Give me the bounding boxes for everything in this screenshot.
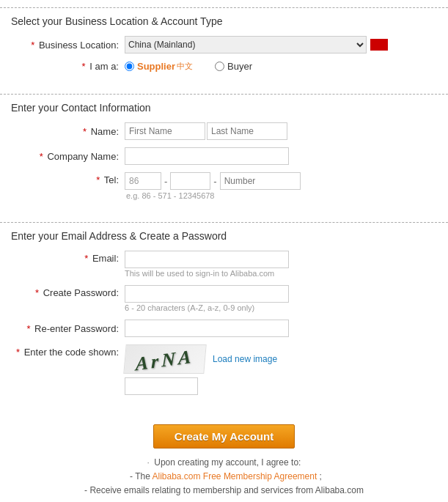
email-input[interactable] [125, 251, 289, 268]
captcha-top: ArNA Load new image [125, 344, 277, 374]
business-location-row: * Business Location: China (Mainland) Un… [11, 36, 437, 53]
tel-area-input[interactable] [170, 172, 210, 190]
tel-inputs: - - [125, 172, 301, 190]
tel-row: * Tel: - - e.g. 86 - 571 - 12345678 [11, 172, 437, 200]
captcha-wrap: ArNA Load new image [125, 344, 277, 395]
required-star: * [31, 40, 34, 51]
repassword-label: * Re-enter Password: [11, 323, 125, 334]
buyer-label: Buyer [227, 61, 252, 72]
email-row: * Email: This will be used to sign-in to… [11, 251, 437, 278]
name-label: * Name: [11, 126, 125, 137]
password-row: * Create Password: 6 - 20 characters (A-… [11, 285, 437, 312]
create-account-button[interactable]: Create My Account [153, 424, 295, 449]
captcha-row: * Enter the code shown: ArNA Load new im… [11, 344, 437, 395]
agreement-section: · Upon creating my account, I agree to: … [0, 456, 448, 498]
load-new-image-link[interactable]: Load new image [213, 354, 277, 364]
tel-inputs-wrap: - - e.g. 86 - 571 - 12345678 [125, 172, 301, 200]
password-hint: 6 - 20 characters (A-Z, a-z, 0-9 only) [125, 303, 289, 312]
captcha-image: ArNA [123, 344, 206, 374]
role-label: * I am a: [11, 61, 125, 72]
buyer-radio-option[interactable]: Buyer [215, 61, 252, 72]
email-label: * Email: [11, 251, 125, 264]
tel-dash1: - [164, 176, 167, 187]
tel-dash2: - [213, 176, 216, 187]
captcha-text: ArNA [136, 342, 194, 380]
business-location-select[interactable]: China (Mainland) United States United Ki… [125, 36, 367, 53]
tel-number-input[interactable] [220, 172, 301, 190]
tel-label: * Tel: [11, 172, 125, 185]
supplier-radio[interactable] [125, 62, 134, 71]
business-section-title: Select your Business Location & Account … [11, 15, 437, 27]
buyer-radio[interactable] [215, 62, 224, 71]
captcha-label: * Enter the code shown: [11, 344, 125, 358]
membership-agreement-link[interactable]: Alibaba.com Free Membership Agreement [153, 471, 317, 481]
supplier-chinese-label: 中文 [177, 61, 193, 72]
password-label: * Create Password: [11, 285, 125, 298]
tel-hint-text: e.g. 86 - 571 - 12345678 [126, 191, 301, 200]
required-star-role: * [82, 61, 86, 72]
role-row: * I am a: Supplier 中文 Buyer [11, 61, 437, 72]
name-row: * Name: [11, 122, 437, 140]
email-field-wrap: This will be used to sign-in to Alibaba.… [125, 251, 289, 278]
last-name-input[interactable] [207, 122, 287, 140]
email-password-section-title: Enter your Email Address & Create a Pass… [11, 230, 437, 242]
company-label: * Company Name: [11, 151, 125, 162]
password-field-wrap: 6 - 20 characters (A-Z, a-z, 0-9 only) [125, 285, 289, 312]
supplier-label: Supplier [137, 61, 175, 72]
button-row: Create My Account [0, 424, 448, 449]
footer-section: Create My Account · Upon creating my acc… [0, 424, 448, 498]
business-location-label: * Business Location: [11, 40, 125, 51]
agreement-line4: - Receive emails relating to membership … [0, 484, 448, 498]
repassword-row: * Re-enter Password: [11, 320, 437, 337]
agreement-line2: - The Alibaba.com Free Membership Agreem… [0, 470, 448, 484]
tel-country-input[interactable] [125, 172, 161, 190]
captcha-input[interactable] [125, 377, 198, 395]
email-password-section: Enter your Email Address & Create a Pass… [0, 222, 448, 413]
contact-section: Enter your Contact Information * Name: *… [0, 94, 448, 218]
password-input[interactable] [125, 285, 289, 303]
agreement-line1: · Upon creating my account, I agree to: [0, 456, 448, 470]
repassword-input[interactable] [125, 320, 289, 337]
company-row: * Company Name: [11, 147, 437, 165]
email-hint: This will be used to sign-in to Alibaba.… [125, 269, 289, 278]
supplier-radio-option[interactable]: Supplier 中文 [125, 61, 193, 72]
first-name-input[interactable] [125, 122, 205, 140]
china-flag-icon [370, 39, 388, 51]
contact-section-title: Enter your Contact Information [11, 102, 437, 114]
business-location-select-wrap: China (Mainland) United States United Ki… [125, 36, 388, 53]
business-section: Select your Business Location & Account … [0, 7, 448, 90]
company-name-input[interactable] [125, 147, 289, 165]
